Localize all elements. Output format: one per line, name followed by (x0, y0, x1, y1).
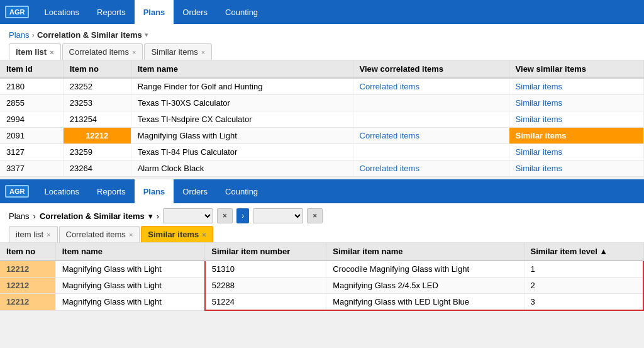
tab-similar-items[interactable]: Similar items × (144, 43, 212, 60)
table-row: 12212Magnifying Glass with Light51224Mag… (0, 294, 643, 311)
cell-similar[interactable]: Similar items (509, 128, 643, 144)
bottom-breadcrumb-arrow[interactable]: ▾ (148, 211, 153, 221)
bottom-tab-similar[interactable]: Similar items × (141, 226, 213, 242)
cell-item-no: 12212 (63, 128, 131, 144)
cell-item-name: Magnifying Glass with Light (55, 294, 205, 311)
breadcrumb-current: Correlation & Similar items (37, 30, 142, 40)
cell-correlated[interactable]: Correlated items (353, 128, 509, 144)
cell-item-name: Magnifying Glass with Light (131, 128, 353, 144)
bot-col-item-name: Item name (55, 243, 205, 261)
table-row: 12212Magnifying Glass with Light51310Cro… (0, 261, 643, 278)
cell-sim-name: Crocodile Magnifying Glass with Light (326, 261, 524, 278)
bottom-nav-counting[interactable]: Counting (216, 179, 267, 203)
cell-item-no: 12212 (0, 261, 55, 278)
cell-correlated[interactable]: Correlated items (353, 160, 509, 177)
cell-item-id: 3127 (0, 144, 63, 160)
bottom-tab-similar-close[interactable]: × (202, 231, 206, 239)
cell-correlated[interactable]: Correlated items (353, 78, 509, 95)
top-nav-plans[interactable]: Plans (135, 0, 174, 24)
cell-item-name: Alarm Clock Black (131, 160, 353, 177)
tab-similar-close[interactable]: × (201, 48, 205, 56)
bot-col-sim-name: Similar item name (326, 243, 524, 261)
bottom-tab-item-list[interactable]: item list × (9, 226, 58, 242)
cell-item-no: 12212 (0, 294, 55, 311)
col-view-correlated: View correlated items (353, 60, 509, 78)
filter-select-1[interactable] (163, 208, 213, 223)
tab-similar-label: Similar items (151, 47, 197, 57)
cell-sim-level: 1 (524, 261, 643, 278)
top-nav-counting[interactable]: Counting (216, 0, 267, 24)
bottom-nav-plans[interactable]: Plans (135, 179, 174, 203)
cell-similar[interactable]: Similar items (509, 111, 643, 128)
cell-correlated (353, 95, 509, 111)
cell-item-no: 12212 (0, 278, 55, 294)
bottom-nav-locations[interactable]: Locations (35, 179, 88, 203)
top-breadcrumb: Plans › Correlation & Similar items ▾ (0, 24, 644, 43)
bot-col-sim-no: Similar item number (205, 243, 326, 261)
bot-col-sim-level: Similar item level ▲ (524, 243, 643, 261)
bottom-breadcrumb-current: Correlation & Similar items (40, 211, 145, 221)
top-nav-orders[interactable]: Orders (174, 0, 216, 24)
bot-col-item-no: Item no (0, 243, 55, 261)
table-row: 12212Magnifying Glass with Light52288Mag… (0, 278, 643, 294)
cell-item-id: 2091 (0, 128, 63, 144)
cell-item-id: 2180 (0, 78, 63, 95)
breadcrumb-plans-link[interactable]: Plans (9, 30, 30, 40)
filter-clear-1[interactable]: × (217, 208, 233, 223)
tab-correlated-label: Correlated items (69, 47, 129, 57)
col-view-similar: View similar items (509, 60, 643, 78)
bottom-nav-orders[interactable]: Orders (174, 179, 216, 203)
tab-correlated-close[interactable]: × (132, 48, 136, 56)
cell-correlated (353, 144, 509, 160)
col-item-id: Item id (0, 60, 63, 78)
cell-item-name: Range Finder for Golf and Hunting (131, 78, 353, 95)
cell-sim-level: 3 (524, 294, 643, 311)
cell-item-id: 2855 (0, 95, 63, 111)
cell-sim-no: 52288 (205, 278, 326, 294)
bottom-breadcrumb-plans[interactable]: Plans (9, 211, 30, 221)
bottom-tab-correlated-close[interactable]: × (129, 231, 133, 239)
bottom-tab-correlated[interactable]: Correlated items × (59, 226, 140, 242)
cell-sim-name: Magnifying Glass 2/4.5x LED (326, 278, 524, 294)
top-nav-reports[interactable]: Reports (88, 0, 135, 24)
table-row: 337723264Alarm Clock BlackCorrelated ite… (0, 160, 644, 177)
top-table: Item id Item no Item name View correlate… (0, 60, 644, 177)
cell-similar[interactable]: Similar items (509, 144, 643, 160)
tab-correlated-items[interactable]: Correlated items × (62, 43, 143, 60)
cell-sim-name: Magnifying Glass with LED Light Blue (326, 294, 524, 311)
breadcrumb-arrow[interactable]: ▾ (145, 31, 148, 39)
tab-item-list[interactable]: item list × (9, 43, 61, 60)
bottom-tab-similar-label: Similar items (148, 230, 199, 239)
cell-item-no: 23259 (63, 144, 131, 160)
bottom-tab-item-list-close[interactable]: × (47, 231, 50, 239)
bottom-tabs: item list × Correlated items × Similar i… (0, 226, 644, 243)
bottom-nav-reports[interactable]: Reports (88, 179, 135, 203)
cell-item-name: Texas TI-84 Plus Calculator (131, 144, 353, 160)
bottom-table: Item no Item name Similar item number Si… (0, 243, 644, 311)
filter-nav-arrow[interactable]: › (236, 208, 249, 223)
cell-item-name: Magnifying Glass with Light (55, 261, 205, 278)
table-row: 218023252Range Finder for Golf and Hunti… (0, 78, 644, 95)
cell-similar[interactable]: Similar items (509, 95, 643, 111)
bottom-table-container: Item no Item name Similar item number Si… (0, 243, 644, 311)
filter-clear-2[interactable]: × (307, 208, 323, 223)
cell-item-no: 23253 (63, 95, 131, 111)
bottom-tab-item-list-label: item list (16, 230, 43, 239)
cell-item-no: 213254 (63, 111, 131, 128)
top-logo: AGR (5, 6, 29, 18)
table-row: 209112212Magnifying Glass with LightCorr… (0, 128, 644, 144)
bottom-breadcrumb-sep: › (33, 211, 36, 221)
tab-item-list-close[interactable]: × (50, 48, 53, 56)
cell-similar[interactable]: Similar items (509, 78, 643, 95)
cell-item-no: 23252 (63, 78, 131, 95)
cell-similar[interactable]: Similar items (509, 160, 643, 177)
bottom-tab-correlated-label: Correlated items (66, 230, 126, 239)
cell-correlated (353, 111, 509, 128)
cell-item-no: 23264 (63, 160, 131, 177)
top-tabs: item list × Correlated items × Similar i… (0, 43, 644, 60)
cell-sim-no: 51310 (205, 261, 326, 278)
filter-select-2[interactable] (253, 208, 303, 223)
top-nav-locations[interactable]: Locations (35, 0, 88, 24)
bottom-logo: AGR (5, 185, 29, 198)
breadcrumb-sep: › (32, 30, 35, 40)
